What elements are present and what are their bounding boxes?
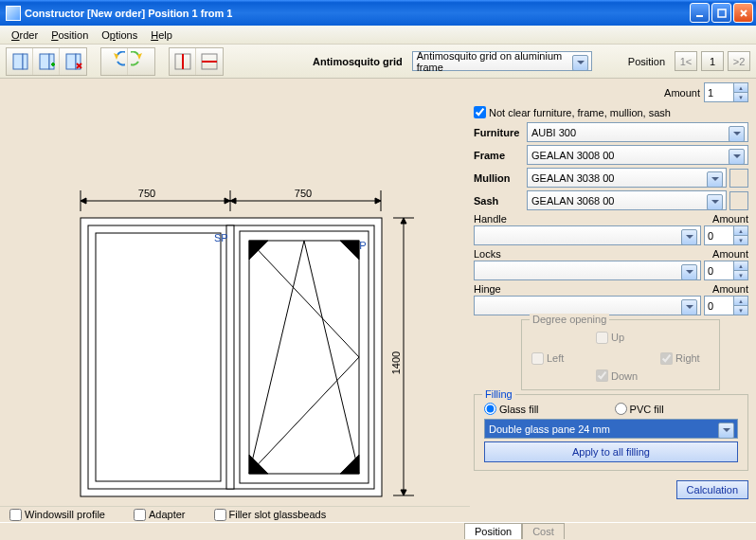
window-drawing[interactable]: 750 750 1400 SP SP — [0, 79, 468, 500]
svg-rect-2 — [13, 54, 23, 69]
handle-label: Handle — [474, 213, 507, 225]
degree-left — [531, 352, 544, 365]
adapter-check[interactable]: Adapter — [134, 509, 186, 521]
amount-label: Amount — [664, 87, 700, 99]
main-area: 750 750 1400 SP SP — [0, 79, 756, 522]
svg-rect-0 — [696, 15, 703, 17]
handle-amount[interactable]: ▲▼ — [704, 225, 748, 245]
windowsill-check[interactable]: Windowsill profile — [9, 509, 105, 521]
furniture-select[interactable]: AUBI 300 — [527, 122, 748, 142]
svg-rect-3 — [23, 54, 27, 69]
calculation-button[interactable]: Calculation — [676, 480, 748, 499]
app-icon — [6, 6, 21, 21]
degree-fieldset: Degree opening Up Left Right Down — [521, 319, 720, 390]
furniture-label: Furniture — [474, 127, 527, 138]
tool-window-icon[interactable] — [7, 48, 33, 75]
antimosquito-label: Antimosquito grid — [313, 56, 403, 67]
filling-fieldset: Filling Glass fill PVC fill Double glass… — [474, 394, 748, 471]
hinge-amount[interactable]: ▲▼ — [704, 296, 748, 315]
tool-group-arrows — [100, 47, 155, 76]
svg-rect-4 — [40, 54, 49, 69]
position-next-button[interactable]: >2 — [728, 51, 750, 71]
frame-label: Frame — [474, 150, 527, 161]
tool-split-vertical-icon[interactable] — [170, 48, 196, 75]
hinge-label: Hinge — [474, 283, 501, 295]
svg-rect-5 — [49, 54, 54, 69]
handle-select[interactable] — [474, 225, 701, 245]
title-bar: Constructor [New order] Position 1 from … — [0, 0, 756, 26]
tool-arrow-right-icon[interactable] — [128, 48, 154, 75]
locks-label: Locks — [474, 248, 501, 260]
degree-down — [596, 369, 608, 382]
frame-select[interactable]: GEALAN 3008 00 — [527, 145, 748, 165]
locks-select[interactable] — [474, 261, 701, 280]
antimosquito-select[interactable]: Antimosquito grid on aluminium frame — [412, 51, 592, 71]
filler-check[interactable]: Filler slot glassbeads — [214, 509, 327, 521]
sp-left: SP — [214, 232, 228, 243]
menu-options[interactable]: Options — [96, 28, 143, 42]
dim-height: 1400 — [390, 351, 402, 374]
dim-left: 750 — [138, 188, 155, 199]
sash-select[interactable]: GEALAN 3068 00 — [527, 190, 727, 210]
spin-up-icon[interactable]: ▲ — [733, 83, 747, 93]
tool-window-remove-icon[interactable] — [60, 48, 86, 75]
tool-group-split — [169, 47, 224, 76]
bottom-options: Windowsill profile Adapter Filler slot g… — [0, 506, 470, 522]
menu-bar: Order Position Options Help — [0, 26, 756, 45]
toolbar: Antimosquito grid Antimosquito grid on a… — [0, 45, 756, 79]
filling-select[interactable]: Double glass pane 24 mm — [484, 419, 738, 439]
position-prev-button[interactable]: 1< — [675, 51, 697, 71]
maximize-button[interactable] — [711, 3, 731, 23]
tool-arrow-left-icon[interactable] — [101, 48, 128, 75]
menu-position[interactable]: Position — [45, 28, 94, 42]
menu-help[interactable]: Help — [145, 28, 178, 42]
status-bar: Position Cost — [0, 522, 756, 540]
mullion-select[interactable]: GEALAN 3038 00 — [527, 168, 727, 188]
close-button[interactable] — [733, 3, 753, 23]
svg-rect-22 — [226, 225, 234, 489]
tab-position[interactable]: Position — [464, 523, 522, 539]
locks-amount[interactable]: ▲▼ — [704, 261, 748, 280]
menu-order[interactable]: Order — [6, 28, 44, 42]
position-current: 1 — [701, 51, 724, 71]
svg-rect-23 — [96, 233, 221, 481]
tool-group-window — [6, 47, 87, 76]
svg-rect-6 — [66, 54, 76, 69]
notclear-check[interactable]: Not clear furniture, frame, mullion, sas… — [474, 106, 748, 118]
tool-split-horizontal-icon[interactable] — [196, 48, 223, 75]
sash-color[interactable] — [729, 191, 748, 210]
apply-filling-button[interactable]: Apply to all filling — [484, 441, 738, 462]
degree-up — [596, 332, 608, 344]
minimize-button[interactable] — [690, 3, 710, 23]
properties-panel: Amount ▲▼ Not clear furniture, frame, mu… — [470, 79, 756, 522]
spin-down-icon[interactable]: ▼ — [733, 93, 747, 101]
dim-right: 750 — [295, 188, 312, 199]
pvc-fill-radio[interactable]: PVC fill — [615, 403, 664, 415]
hinge-select[interactable] — [474, 296, 701, 315]
mullion-color[interactable] — [729, 169, 748, 188]
tool-window-add-icon[interactable] — [33, 48, 60, 75]
window-title: Constructor [New order] Position 1 from … — [25, 8, 690, 19]
drawing-panel: 750 750 1400 SP SP — [0, 79, 470, 522]
glass-fill-radio[interactable]: Glass fill — [484, 403, 539, 415]
svg-rect-1 — [718, 9, 726, 17]
sash-label: Sash — [474, 195, 527, 207]
svg-rect-25 — [249, 241, 359, 474]
degree-right — [660, 352, 673, 365]
window-buttons — [690, 3, 753, 23]
mullion-label: Mullion — [474, 172, 527, 184]
position-nav-label: Position — [628, 56, 665, 67]
amount-spinner[interactable]: ▲▼ — [704, 82, 748, 102]
tab-cost[interactable]: Cost — [522, 523, 565, 539]
